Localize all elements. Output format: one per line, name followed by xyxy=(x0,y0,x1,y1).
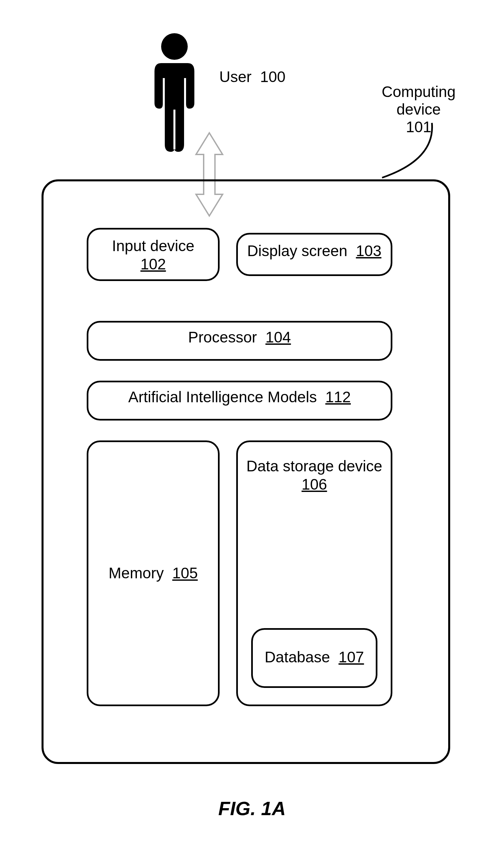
storage-num: 106 xyxy=(302,476,327,493)
device-label-text: Computing device xyxy=(382,83,455,118)
input-device-num: 102 xyxy=(141,255,166,273)
svg-rect-1 xyxy=(174,110,176,149)
processor-box: Processor 104 xyxy=(87,321,392,361)
leader-line xyxy=(372,120,445,183)
ai-models-num: 112 xyxy=(325,388,351,405)
storage-text: Data storage device xyxy=(246,457,382,475)
memory-num: 105 xyxy=(172,564,198,582)
storage-box: Data storage device 106 Database 107 xyxy=(236,440,392,706)
database-box: Database 107 xyxy=(251,628,377,688)
computing-device-box: Input device 102 Display screen 103 Proc… xyxy=(41,179,450,764)
user-label-num: 100 xyxy=(260,68,286,85)
processor-num: 104 xyxy=(266,328,291,346)
diagram-canvas: User 100 Computing device 101 Input devi… xyxy=(0,0,504,854)
database-text: Database xyxy=(265,648,330,666)
memory-text: Memory xyxy=(109,564,164,582)
display-screen-text: Display screen xyxy=(247,242,347,259)
database-num: 107 xyxy=(339,648,364,666)
user-label: User 100 xyxy=(219,68,285,86)
ai-models-text: Artificial Intelligence Models xyxy=(128,388,317,405)
user-label-text: User xyxy=(219,68,252,85)
input-device-box: Input device 102 xyxy=(87,228,220,281)
memory-box: Memory 105 xyxy=(87,440,220,706)
processor-text: Processor xyxy=(188,328,257,346)
input-device-text: Input device xyxy=(112,237,194,254)
figure-caption: FIG. 1A xyxy=(0,797,504,819)
svg-point-0 xyxy=(161,33,188,60)
display-screen-box: Display screen 103 xyxy=(236,233,392,276)
display-screen-num: 103 xyxy=(356,242,381,259)
ai-models-box: Artificial Intelligence Models 112 xyxy=(87,381,392,420)
